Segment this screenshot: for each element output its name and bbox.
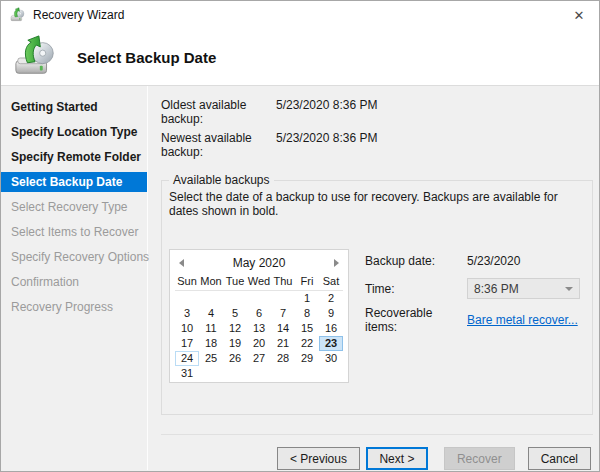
sidebar-item-confirmation[interactable]: Confirmation — [1, 272, 147, 292]
calendar-day-28[interactable]: 28 — [271, 351, 295, 366]
calendar-day-6[interactable]: 6 — [247, 306, 271, 321]
calendar-day-empty — [319, 366, 343, 381]
newest-backup-label: Newest available backup: — [161, 131, 276, 159]
calendar-day-22[interactable]: 22 — [295, 336, 319, 351]
calendar-day-30[interactable]: 30 — [319, 351, 343, 366]
calendar-dayname-wed: Wed — [247, 274, 271, 291]
newest-backup-value: 5/23/2020 8:36 PM — [276, 131, 377, 159]
calendar-day-25[interactable]: 25 — [199, 351, 223, 366]
calendar-weeks: 1234567891011121314151617181920212223242… — [175, 291, 343, 381]
calendar-day-24[interactable]: 24 — [175, 351, 199, 366]
calendar-day-21[interactable]: 21 — [271, 336, 295, 351]
backup-date-row: Backup date: 5/23/2020 — [365, 250, 580, 271]
calendar-day-8[interactable]: 8 — [295, 306, 319, 321]
next-button[interactable]: Next > — [366, 447, 428, 470]
calendar-day-13[interactable]: 13 — [247, 321, 271, 336]
calendar-day-10[interactable]: 10 — [175, 321, 199, 336]
calendar-day-20[interactable]: 20 — [247, 336, 271, 351]
sidebar-item-getting-started[interactable]: Getting Started — [1, 97, 147, 117]
time-row: Time: 8:36 PM — [365, 278, 580, 299]
calendar-day-empty — [247, 366, 271, 381]
time-dropdown[interactable]: 8:36 PM — [467, 278, 580, 299]
title-bar: Recovery Wizard ✕ — [1, 1, 599, 29]
recoverable-items-link[interactable]: Bare metal recover... — [467, 313, 578, 327]
recoverable-items-row: Recoverable items: Bare metal recover... — [365, 306, 580, 334]
sidebar-item-specify-location-type[interactable]: Specify Location Type — [1, 122, 147, 142]
backup-detail-fields: Backup date: 5/23/2020 Time: 8:36 PM Rec… — [365, 249, 580, 383]
window-title: Recovery Wizard — [33, 8, 124, 22]
calendar-day-empty — [223, 291, 247, 306]
close-icon[interactable]: ✕ — [565, 3, 593, 27]
calendar-month-label: May 2020 — [233, 256, 286, 270]
available-backups-title: Available backups — [169, 173, 274, 187]
oldest-backup-label: Oldest available backup: — [161, 98, 276, 126]
calendar-week-row: 10111213141516 — [175, 321, 343, 336]
calendar-dayname-tue: Tue — [223, 274, 247, 291]
recoverable-items-label: Recoverable items: — [365, 306, 467, 334]
sidebar-item-select-recovery-type[interactable]: Select Recovery Type — [1, 197, 147, 217]
calendar-dayname-mon: Mon — [199, 274, 223, 291]
calendar-day-26[interactable]: 26 — [223, 351, 247, 366]
calendar-day-empty — [199, 366, 223, 381]
main-content: Oldest available backup: 5/23/2020 8:36 … — [148, 86, 600, 470]
sidebar-item-select-items-to-recover[interactable]: Select Items to Recover — [1, 222, 147, 242]
calendar-day-31[interactable]: 31 — [175, 366, 199, 381]
calendar-day-23[interactable]: 23 — [319, 336, 343, 351]
calendar-day-11[interactable]: 11 — [199, 321, 223, 336]
calendar-day-16[interactable]: 16 — [319, 321, 343, 336]
recover-button: Recover — [444, 447, 515, 470]
calendar-day-12[interactable]: 12 — [223, 321, 247, 336]
calendar-next-month-icon[interactable] — [334, 259, 339, 267]
calendar-day-4[interactable]: 4 — [199, 306, 223, 321]
calendar-day-empty — [247, 291, 271, 306]
sidebar-item-specify-recovery-options[interactable]: Specify Recovery Options — [1, 247, 147, 267]
calendar-day-5[interactable]: 5 — [223, 306, 247, 321]
calendar-day-27[interactable]: 27 — [247, 351, 271, 366]
time-label: Time: — [365, 282, 467, 296]
calendar-day-empty — [295, 366, 319, 381]
calendar-dayname-fri: Fri — [295, 274, 319, 291]
calendar-day-15[interactable]: 15 — [295, 321, 319, 336]
backup-date-calendar[interactable]: May 2020 SunMonTueWedThuFriSat 123456789… — [169, 249, 349, 383]
available-backups-group: Available backups Select the date of a b… — [161, 180, 593, 415]
backup-date-value: 5/23/2020 — [467, 254, 520, 268]
calendar-day-7[interactable]: 7 — [271, 306, 295, 321]
available-backups-description: Select the date of a backup to use for r… — [169, 190, 580, 218]
sidebar-item-specify-remote-folder[interactable]: Specify Remote Folder — [1, 147, 147, 167]
sidebar-item-recovery-progress[interactable]: Recovery Progress — [1, 297, 147, 317]
calendar-week-row: 24252627282930 — [175, 351, 343, 366]
sidebar-item-select-backup-date[interactable]: Select Backup Date — [1, 172, 147, 192]
cancel-button[interactable]: Cancel — [528, 447, 591, 470]
calendar-dayname-sun: Sun — [175, 274, 199, 291]
backup-date-label: Backup date: — [365, 254, 467, 268]
calendar-day-14[interactable]: 14 — [271, 321, 295, 336]
calendar-day-29[interactable]: 29 — [295, 351, 319, 366]
calendar-daynames-row: SunMonTueWedThuFriSat — [175, 274, 343, 291]
calendar-dayname-sat: Sat — [319, 274, 343, 291]
wizard-button-bar: < Previous Next > Recover Cancel — [161, 434, 593, 470]
chevron-down-icon — [565, 287, 573, 291]
calendar-week-row: 31 — [175, 366, 343, 381]
calendar-day-3[interactable]: 3 — [175, 306, 199, 321]
oldest-backup-row: Oldest available backup: 5/23/2020 8:36 … — [161, 98, 593, 126]
calendar-week-row: 12 — [175, 291, 343, 306]
calendar-day-2[interactable]: 2 — [319, 291, 343, 306]
calendar-day-empty — [271, 291, 295, 306]
calendar-day-empty — [271, 366, 295, 381]
calendar-week-row: 3456789 — [175, 306, 343, 321]
calendar-day-empty — [223, 366, 247, 381]
calendar-day-19[interactable]: 19 — [223, 336, 247, 351]
calendar-day-1[interactable]: 1 — [295, 291, 319, 306]
calendar-day-17[interactable]: 17 — [175, 336, 199, 351]
calendar-day-empty — [175, 291, 199, 306]
previous-button[interactable]: < Previous — [277, 447, 360, 470]
recovery-wizard-window: Recovery Wizard ✕ Select Backup Date Get… — [0, 0, 600, 472]
calendar-week-row: 17181920212223 — [175, 336, 343, 351]
calendar-prev-month-icon[interactable] — [179, 259, 184, 267]
calendar-day-empty — [199, 291, 223, 306]
calendar-grid: SunMonTueWedThuFriSat 123456789101112131… — [175, 274, 343, 381]
calendar-day-9[interactable]: 9 — [319, 306, 343, 321]
recovery-wizard-app-icon — [10, 7, 26, 23]
calendar-day-18[interactable]: 18 — [199, 336, 223, 351]
calendar-dayname-thu: Thu — [271, 274, 295, 291]
